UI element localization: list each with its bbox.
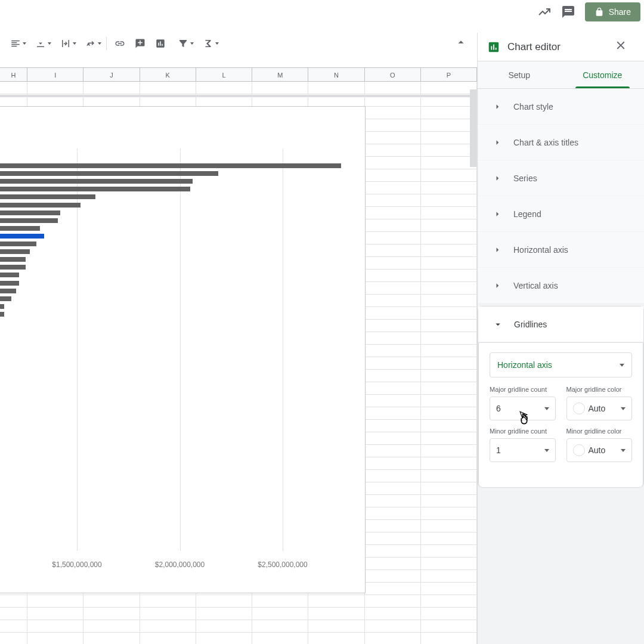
close-icon bbox=[614, 39, 627, 52]
lock-icon bbox=[595, 7, 604, 17]
chevron-down-icon bbox=[620, 364, 624, 367]
chevron-right-icon bbox=[492, 209, 503, 219]
minor-color-label: Minor gridline color bbox=[566, 428, 633, 435]
chart-plot-area bbox=[0, 148, 341, 551]
vertical-scrollbar-thumb[interactable] bbox=[470, 89, 476, 167]
chevron-down-icon bbox=[544, 407, 549, 410]
chevron-right-icon bbox=[492, 280, 503, 291]
section-gridlines[interactable]: Gridlines bbox=[478, 306, 643, 342]
col-header[interactable]: L bbox=[196, 68, 252, 81]
major-gridline-color-select[interactable]: Auto bbox=[566, 397, 633, 420]
close-panel-button[interactable] bbox=[614, 39, 634, 55]
collapse-toolbar-icon[interactable] bbox=[454, 36, 467, 51]
major-gridline-count-select[interactable]: 6 bbox=[490, 397, 556, 420]
chevron-down-icon bbox=[493, 319, 503, 330]
section-chart-style[interactable]: Chart style bbox=[478, 89, 644, 125]
column-headers: H I J K L M N O P bbox=[0, 67, 477, 82]
minor-count-label: Minor gridline count bbox=[490, 428, 556, 435]
tab-customize[interactable]: Customize bbox=[561, 61, 645, 88]
chart-editor-icon bbox=[487, 41, 500, 54]
col-header[interactable]: P bbox=[421, 68, 477, 81]
panel-title: Chart editor bbox=[507, 41, 614, 53]
chevron-right-icon bbox=[492, 137, 503, 148]
comments-icon[interactable] bbox=[561, 5, 575, 19]
col-header[interactable]: N bbox=[308, 68, 364, 81]
x-axis-label: $2,000,000,000 bbox=[155, 561, 205, 569]
col-header[interactable]: O bbox=[365, 68, 421, 81]
chevron-right-icon bbox=[492, 101, 503, 112]
col-header[interactable]: H bbox=[0, 68, 27, 81]
col-header[interactable]: K bbox=[140, 68, 196, 81]
col-header[interactable]: M bbox=[252, 68, 308, 81]
col-header[interactable]: J bbox=[83, 68, 140, 81]
x-axis-label: $2,500,000,000 bbox=[258, 561, 307, 569]
section-series[interactable]: Series bbox=[478, 160, 644, 196]
color-swatch bbox=[573, 444, 585, 456]
x-axis-label: $1,500,000,000 bbox=[52, 561, 101, 569]
functions-tool[interactable] bbox=[196, 35, 220, 52]
insert-chart-tool[interactable] bbox=[151, 35, 170, 52]
chart-editor-panel: Chart editor Setup Customize Chart style… bbox=[477, 33, 644, 644]
section-vertical-axis[interactable]: Vertical axis bbox=[478, 268, 644, 304]
major-color-label: Major gridline color bbox=[566, 386, 633, 393]
tab-setup[interactable]: Setup bbox=[478, 61, 561, 88]
chevron-right-icon bbox=[492, 173, 503, 184]
toolbar bbox=[0, 33, 220, 54]
horizontal-align-tool[interactable] bbox=[4, 35, 27, 52]
chevron-down-icon bbox=[621, 449, 626, 452]
gridlines-axis-select[interactable]: Horizontal axis bbox=[490, 352, 632, 377]
chevron-right-icon bbox=[492, 244, 503, 255]
chevron-down-icon bbox=[544, 449, 549, 452]
major-count-label: Major gridline count bbox=[490, 386, 556, 393]
insert-link-tool[interactable] bbox=[110, 35, 129, 52]
chart-object[interactable]: $1,500,000,000 $2,000,000,000 $2,500,000… bbox=[0, 106, 366, 593]
insert-comment-tool[interactable] bbox=[131, 35, 150, 52]
section-horizontal-axis[interactable]: Horizontal axis bbox=[478, 232, 644, 268]
vertical-align-tool[interactable] bbox=[29, 35, 52, 52]
color-swatch bbox=[573, 402, 585, 414]
minor-gridline-color-select[interactable]: Auto bbox=[566, 438, 633, 462]
section-legend[interactable]: Legend bbox=[478, 196, 644, 232]
col-header[interactable]: I bbox=[27, 68, 83, 81]
text-rotation-tool[interactable] bbox=[79, 35, 103, 52]
share-label: Share bbox=[609, 7, 631, 17]
text-wrap-tool[interactable] bbox=[54, 35, 78, 52]
share-button[interactable]: Share bbox=[585, 2, 640, 21]
explore-icon[interactable] bbox=[537, 5, 552, 19]
minor-gridline-count-select[interactable]: 1 bbox=[490, 438, 556, 462]
filter-tool[interactable] bbox=[171, 35, 195, 52]
chevron-down-icon bbox=[621, 407, 626, 410]
section-chart-axis-titles[interactable]: Chart & axis titles bbox=[478, 125, 644, 160]
